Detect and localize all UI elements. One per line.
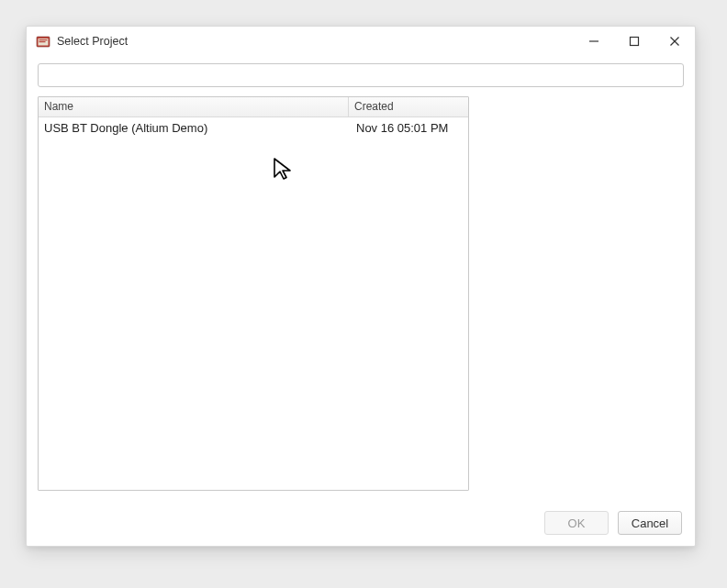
svg-rect-3 <box>39 41 46 42</box>
close-button[interactable] <box>654 27 695 56</box>
project-list: Name Created USB BT Dongle (Altium Demo)… <box>38 96 469 491</box>
maximize-button[interactable] <box>614 27 654 56</box>
cell-created: Nov 16 05:01 PM <box>349 121 468 135</box>
cancel-button[interactable]: Cancel <box>618 511 682 535</box>
minimize-button[interactable] <box>574 27 614 56</box>
search-input[interactable] <box>38 63 684 87</box>
dialog-content: Name Created USB BT Dongle (Altium Demo)… <box>27 56 695 502</box>
titlebar: Select Project <box>27 27 695 56</box>
list-header: Name Created <box>39 97 468 117</box>
select-project-dialog: Select Project Name Created <box>26 26 696 547</box>
list-body[interactable]: USB BT Dongle (Altium Demo) Nov 16 05:01… <box>39 117 468 490</box>
svg-rect-2 <box>39 39 48 40</box>
window-controls <box>574 27 695 56</box>
ok-button[interactable]: OK <box>544 511 609 535</box>
cell-name: USB BT Dongle (Altium Demo) <box>39 121 349 135</box>
dialog-buttons: OK Cancel <box>27 502 695 546</box>
project-icon <box>36 34 50 49</box>
svg-rect-5 <box>631 38 639 46</box>
window-title: Select Project <box>57 35 574 48</box>
table-row[interactable]: USB BT Dongle (Altium Demo) Nov 16 05:01… <box>39 117 468 138</box>
column-header-created[interactable]: Created <box>349 97 468 116</box>
column-header-name[interactable]: Name <box>39 97 349 116</box>
